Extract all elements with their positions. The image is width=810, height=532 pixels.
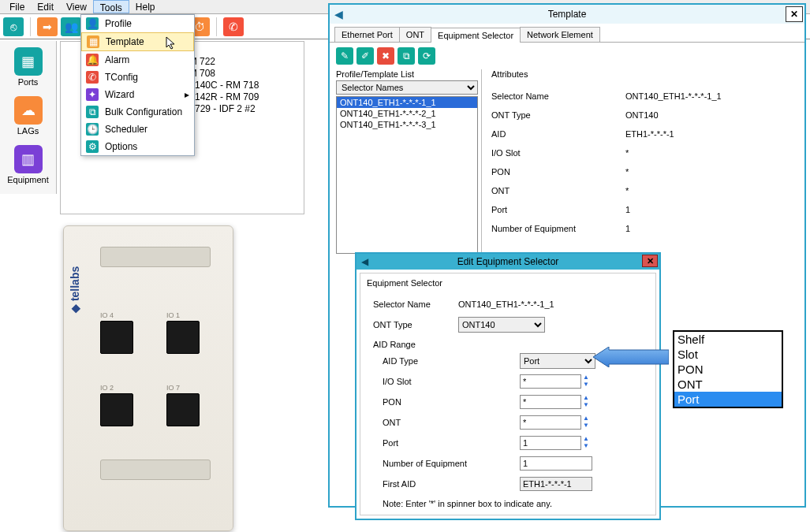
device-photo: ◆ tellabs IO 4 IO 1 IO 2 IO 7 <box>63 225 233 531</box>
profile-list-label: Profile/Template List <box>336 69 481 79</box>
ioslot-input[interactable] <box>520 374 581 389</box>
tools-dropdown: 👤Profile▦Template🔔Alarm✆TConfig✦Wizard▸⧉… <box>80 14 195 156</box>
toolbar-btn-2[interactable]: ➡ <box>37 17 58 36</box>
aid-option-shelf[interactable]: Shelf <box>674 332 782 347</box>
template-tabs: Ethernet PortONTEquipment SelectorNetwor… <box>330 24 804 43</box>
profile-list-item[interactable]: ONT140_ETH1-*-*-*-1_1 <box>337 97 477 108</box>
num-equipment-label: Number of Equipment <box>367 459 485 468</box>
attr-row: I/O Slot* <box>491 143 789 162</box>
edit-titlebar[interactable]: ◀ Edit Equipment Selector ✕ <box>356 254 659 270</box>
tools-menu-bulk-configuration[interactable]: ⧉Bulk Configuration <box>81 103 194 121</box>
first-aid-output <box>520 477 592 491</box>
num-equipment-input[interactable] <box>520 456 592 471</box>
port-label: Port <box>367 438 485 448</box>
tab-ont[interactable]: ONT <box>399 27 431 42</box>
selector-name-label: Selector Name <box>367 299 458 309</box>
menu-edit[interactable]: Edit <box>31 0 60 13</box>
menu-view[interactable]: View <box>60 0 93 13</box>
template-close-button[interactable]: ✕ <box>786 6 803 22</box>
selector-name-value: ONT140_ETH1-*-*-*-1_1 <box>458 299 554 309</box>
aid-type-select[interactable]: Port <box>520 353 595 369</box>
attr-row: ONT TypeONT140 <box>491 106 789 125</box>
sidebar-item-lags[interactable]: ☁LAGs <box>0 93 56 142</box>
profile-list[interactable]: ONT140_ETH1-*-*-*-1_1ONT140_ETH1-*-*-*-2… <box>336 96 478 254</box>
sidebar-item-equipment[interactable]: ▥Equipment <box>0 142 56 191</box>
attr-row: PON* <box>491 162 789 181</box>
profile-list-item[interactable]: ONT140_ETH1-*-*-*-3_1 <box>337 119 477 130</box>
aid-option-port[interactable]: Port <box>674 392 782 407</box>
tools-menu-scheduler[interactable]: 🕒Scheduler <box>81 121 194 138</box>
cursor-icon <box>166 36 180 54</box>
attributes-label: Attributes <box>491 69 789 79</box>
attr-row: Port1 <box>491 200 789 219</box>
template-title: Template <box>548 9 587 20</box>
tools-menu-options[interactable]: ⚙Options <box>81 138 194 155</box>
tools-menu-tconfig[interactable]: ✆TConfig <box>81 69 194 86</box>
toolbar-btn-9[interactable]: ✆ <box>223 17 244 36</box>
aid-option-ont[interactable]: ONT <box>674 377 782 392</box>
edit-equipment-window: ◀ Edit Equipment Selector ✕ Equipment Se… <box>355 252 661 520</box>
pon-label: PON <box>367 397 485 407</box>
tpl-delete-button[interactable]: ✖ <box>377 47 394 65</box>
tab-ethernet-port[interactable]: Ethernet Port <box>334 27 400 42</box>
aid-option-slot[interactable]: Slot <box>674 347 782 362</box>
spinner-note: Note: Enter '*' in spinner box to indica… <box>367 499 649 508</box>
tpl-refresh-button[interactable]: ⟳ <box>418 47 435 65</box>
tab-equipment-selector[interactable]: Equipment Selector <box>431 28 521 43</box>
ioslot-spinner[interactable]: ▲▼ <box>581 374 591 389</box>
edit-close-button[interactable]: ✕ <box>642 255 658 267</box>
attr-row: Selector NameONT140_ETH1-*-*-*-1_1 <box>491 87 789 106</box>
app-icon: ◀ <box>361 256 368 267</box>
profile-list-item[interactable]: ONT140_ETH1-*-*-*-2_1 <box>337 108 477 119</box>
toolbar-btn-3[interactable]: 👥 <box>61 17 81 36</box>
aid-type-label: AID Type <box>367 356 485 366</box>
ont-type-select[interactable]: ONT140 <box>458 317 545 333</box>
attr-row: ONT* <box>491 181 789 200</box>
device-brand: ◆ tellabs <box>69 266 81 313</box>
menu-file[interactable]: File <box>3 0 31 13</box>
menu-help[interactable]: Help <box>129 0 162 13</box>
attr-row: Number of Equipment1 <box>491 219 789 238</box>
selector-names-combo[interactable]: Selector Names <box>336 80 478 95</box>
ioslot-label: I/O Slot <box>367 377 485 386</box>
template-iconbar: ✎ ✐ ✖ ⧉ ⟳ <box>330 43 804 69</box>
ont-type-label: ONT Type <box>367 320 458 329</box>
aid-type-options-popup[interactable]: ShelfSlotPONONTPort <box>673 330 783 408</box>
port-spinner[interactable]: ▲▼ <box>581 436 591 450</box>
tab-network-element[interactable]: Network Element <box>520 27 600 42</box>
ont-input[interactable] <box>520 415 581 430</box>
toolbar-btn-1[interactable]: ⎋ <box>3 17 24 36</box>
equipment-selector-group: Equipment Selector <box>367 278 649 288</box>
attr-row: AIDETH1-*-*-*-1 <box>491 125 789 143</box>
pon-spinner[interactable]: ▲▼ <box>581 395 591 409</box>
app-icon: ◀ <box>334 8 343 20</box>
sidebar-item-ports[interactable]: ▦Ports <box>0 44 56 93</box>
left-sidebar: ▦Ports☁LAGs▥Equipment <box>0 41 57 194</box>
tpl-new-button[interactable]: ✎ <box>336 47 353 65</box>
aid-option-pon[interactable]: PON <box>674 362 782 377</box>
tools-menu-wizard[interactable]: ✦Wizard▸ <box>81 86 194 103</box>
pon-input[interactable] <box>520 395 581 409</box>
tools-menu-profile[interactable]: 👤Profile <box>81 15 194 32</box>
ont-label: ONT <box>367 418 485 427</box>
template-titlebar[interactable]: ◀ Template ✕ <box>330 5 804 24</box>
first-aid-label: First AID <box>367 479 485 489</box>
tools-menu-alarm[interactable]: 🔔Alarm <box>81 51 194 69</box>
edit-title: Edit Equipment Selector <box>457 256 559 267</box>
callout-arrow-icon <box>593 347 669 369</box>
tpl-copy-button[interactable]: ⧉ <box>398 47 415 65</box>
tpl-edit-button[interactable]: ✐ <box>356 47 374 65</box>
menu-tools[interactable]: Tools <box>93 0 129 13</box>
port-input[interactable] <box>520 436 581 450</box>
ont-spinner[interactable]: ▲▼ <box>581 415 591 430</box>
